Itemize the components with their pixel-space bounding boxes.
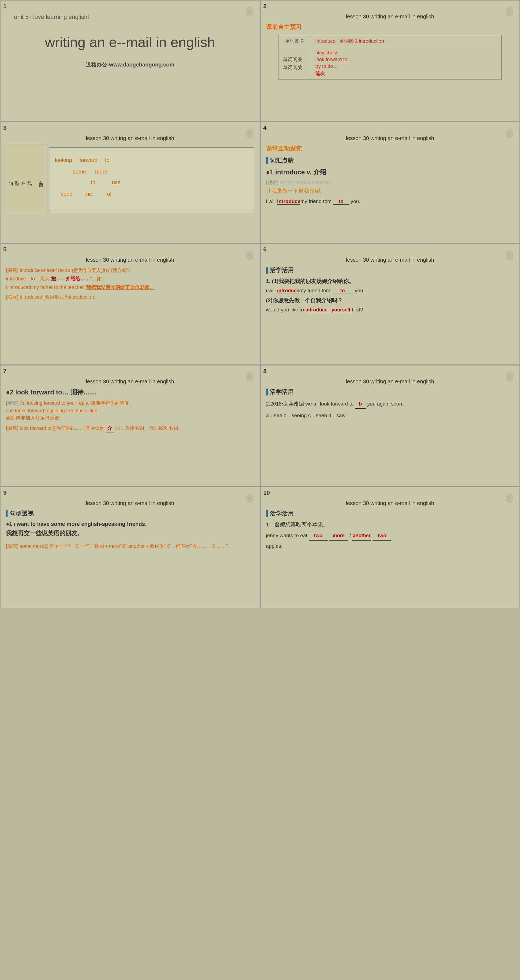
- unit-label: unit 5 i love learning english!: [14, 14, 254, 21]
- cell-number-8: 8: [263, 368, 266, 375]
- sentence-trans-9: 我想再交一些说英语的朋友。: [6, 529, 254, 538]
- droplet-icon-5: [244, 247, 255, 260]
- intro-fill-line: i will introducemy friend tom to you.: [266, 199, 514, 205]
- activity1-line: i will introducemy friend tom to you.: [266, 288, 514, 294]
- cell-9-header: lesson 30 writing an e-mail in english: [6, 492, 254, 506]
- observe-trans-4: 让我来做一下自我介绍。: [266, 187, 514, 195]
- cell-number-5: 5: [3, 246, 6, 253]
- svg-point-15: [508, 375, 511, 379]
- section-title-10: 活学活用: [270, 510, 293, 518]
- section-bar-8: [266, 388, 268, 396]
- cell-7: 7 lesson 30 writing an e-mail in english…: [0, 365, 260, 487]
- vocab-point-4: ●1 introduce v. 介绍: [266, 168, 514, 177]
- preview-label: 课前自主预习: [266, 23, 514, 31]
- interactive-label-4: 课堂互动探究: [266, 145, 514, 153]
- fill-introduce-yourself: introduce yourself: [305, 307, 350, 313]
- section-title-6: 活学活用: [270, 266, 293, 274]
- cell-9: 9 lesson 30 writing an e-mail in english…: [0, 487, 260, 608]
- droplet-icon-7: [244, 368, 255, 382]
- fill-more: more: [329, 531, 348, 541]
- cell-10-header: lesson 30 writing an e-mail in english: [266, 492, 514, 506]
- section-bar-9: [6, 510, 8, 517]
- svg-point-19: [508, 496, 511, 501]
- activity1-cn-10: 1．詹妮想再吃两个苹果。: [266, 521, 514, 528]
- cell-2-header: lesson 30 writing an e-mail in english: [266, 5, 514, 20]
- section-title-8: 活学活用: [270, 388, 293, 396]
- activity2-cn: (2)你愿意先做一个自我介绍吗？: [266, 297, 514, 304]
- explore-7: [探究] look forward to意为"期待……",其中to是 介 词，后…: [6, 424, 254, 433]
- cell-6-header: lesson 30 writing an e-mail in english: [266, 249, 514, 263]
- fill-two: two: [309, 531, 328, 541]
- droplet-icon-4: [504, 125, 515, 138]
- droplet-icon-1: [244, 3, 255, 17]
- cell-4-header: lesson 30 writing an e-mail in english: [266, 127, 514, 142]
- svg-point-7: [508, 131, 511, 136]
- droplet-icon-9: [244, 490, 255, 503]
- fill-prep: 介: [106, 424, 114, 433]
- observe-7-trans: 她期待能加入音乐俱乐部。: [6, 415, 254, 421]
- observe-label-4: [观察] let me introduce myself.: [266, 179, 514, 186]
- fill-b: b: [355, 399, 366, 409]
- svg-point-1: [248, 10, 251, 14]
- droplet-icon-10: [504, 490, 515, 503]
- cell-8: 8 lesson 30 writing an e-mail in english…: [260, 365, 520, 487]
- table-row: 单词阅关 单词阅关 play chess look forward to… tr…: [279, 47, 502, 80]
- section-bar: [266, 157, 268, 164]
- fill-meaning: 把……介绍给……: [51, 275, 90, 283]
- cell-3-header: lesson 30 writing an e-mail in english: [6, 127, 254, 142]
- section-label-10: 活学活用: [266, 510, 514, 518]
- vocab-table: 单词阅关 introduce 单词阅关introduction 单词阅关 单词阅…: [278, 35, 502, 80]
- activity2-line: would you like to introduce yourself fir…: [266, 307, 514, 313]
- answer-options-8: a．see b．seeing c．seen d．saw: [266, 412, 514, 419]
- cell-number-3: 3: [3, 124, 6, 131]
- observe-7-1: [观察] i'm looking forward to your reply. …: [6, 400, 254, 406]
- source-label: 道格办公-www.daogebangong.com: [6, 61, 254, 68]
- svg-point-13: [248, 375, 251, 379]
- extend-text-5: [拓展] introduce的名词形式为introduction。: [6, 294, 254, 300]
- cell-3: 3 lesson 30 writing an e-mail in english…: [0, 122, 260, 243]
- sentence-line-2: some more: [55, 169, 248, 175]
- cell-5: 5 lesson 30 writing an e-mail in english…: [0, 243, 260, 365]
- svg-point-9: [248, 253, 251, 258]
- fill-introduce-6: introduce: [277, 288, 299, 294]
- cell-number-9: 9: [3, 489, 6, 496]
- droplet-icon-6: [504, 247, 515, 260]
- sentence-box: looking forward to some more to use send…: [49, 147, 254, 212]
- sentence-line-1: looking forward to: [55, 157, 248, 163]
- droplet-icon-3: [244, 125, 255, 138]
- activity2-8: 2.2018•宜宾改编 we all look forward to b you…: [266, 399, 514, 409]
- cell-5-header: lesson 30 writing an e-mail in english: [6, 249, 254, 263]
- table-cell: play chess look forward to… try to do… 笔…: [311, 47, 502, 80]
- cell-4: 4 lesson 30 writing an e-mail in english…: [260, 122, 520, 243]
- droplet-icon-8: [504, 368, 515, 382]
- main-title: writing an e--mail in english: [6, 34, 254, 50]
- section-bar-10: [266, 510, 268, 517]
- cell-2: 2 lesson 30 writing an e-mail in english…: [260, 0, 520, 122]
- activity1-cn: 1. (1)我要把我的朋友汤姆介绍给你。: [266, 278, 514, 285]
- sentence-line-3: to use: [55, 179, 248, 185]
- cell-number-2: 2: [263, 3, 266, 10]
- table-cell: 单词阅关 单词阅关: [279, 47, 311, 80]
- table-row: 单词阅关 introduce 单词阅关introduction: [279, 35, 502, 47]
- fill-introduce: introduce: [277, 199, 301, 205]
- section-label-9: 句型透视: [6, 510, 254, 518]
- cell-6: 6 lesson 30 writing an e-mail in english…: [260, 243, 520, 365]
- side-label: 句型在线句型在线: [6, 145, 46, 212]
- activity1-line-10: jenny wants to eat two more / another tw…: [266, 530, 514, 551]
- cell-number-4: 4: [263, 124, 266, 131]
- cell-7-header: lesson 30 writing an e-mail in english: [6, 371, 254, 385]
- cell-number-1: 1: [3, 3, 6, 10]
- svg-point-3: [508, 10, 511, 14]
- observe-7-2: she looks forward to joining the music c…: [6, 408, 254, 414]
- svg-point-11: [508, 253, 511, 258]
- vocab-point-9: ●1 i want to have some more english-spea…: [6, 521, 254, 527]
- fill-to: to: [333, 199, 349, 205]
- fill-two2: two: [373, 531, 392, 541]
- fill-another: another: [352, 531, 371, 541]
- section-label-4: 词汇点睛: [266, 156, 514, 165]
- cell-number-7: 7: [3, 368, 6, 375]
- section-label-6: 活学活用: [266, 266, 514, 274]
- explore-9: [探究] some more意为"再一些、又一些","数词＋more"和"ano…: [6, 542, 254, 550]
- section-title-4: 词汇点睛: [270, 156, 293, 165]
- sentence-line-4: send me of: [55, 191, 248, 197]
